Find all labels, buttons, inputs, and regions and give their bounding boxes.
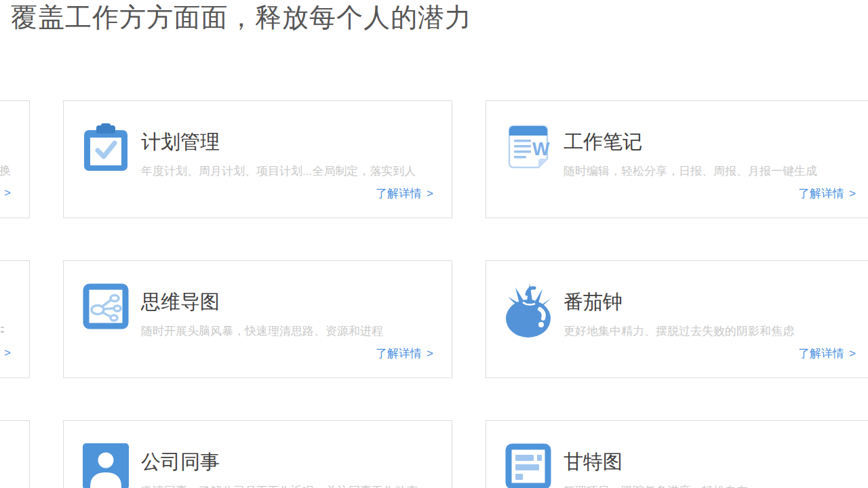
card-description: 管理项目，跟踪任务进度，轻松自在 bbox=[564, 485, 856, 488]
feature-card-grid: 换 了解详情> 计划管理 年度计划、周月计划、项目计划...全局制定，落实到人 … bbox=[0, 100, 868, 488]
learn-more-link[interactable]: 了解详情> bbox=[141, 188, 433, 200]
card-description-fragment: 换 bbox=[0, 165, 11, 177]
svg-text:W: W bbox=[532, 139, 550, 159]
card-pomodoro-timer: 番茄钟 更好地集中精力、摆脱过去失败的阴影和焦虑 了解详情> bbox=[486, 260, 868, 378]
chevron-right-icon: > bbox=[849, 187, 856, 200]
learn-more-label: 了解详情 bbox=[798, 347, 844, 360]
card-title: 计划管理 bbox=[141, 131, 433, 152]
card-title: 番茄钟 bbox=[564, 291, 856, 312]
mind-map-icon bbox=[83, 283, 129, 378]
learn-more-link[interactable]: 了解详情> bbox=[141, 348, 433, 360]
card-colleagues: 公司同事 邀请同事，了解公司员工工作近况，关注同事工作动态 了解详情> bbox=[63, 420, 452, 488]
partial-card-row3 bbox=[0, 420, 30, 488]
partial-card-row1: 换 了解详情> bbox=[0, 100, 30, 218]
learn-more-link[interactable]: 了解详情> bbox=[0, 347, 11, 359]
learn-more-label: 了解详情 bbox=[376, 187, 422, 200]
card-content: 计划管理 年度计划、周月计划、项目计划...全局制定，落实到人 了解详情> bbox=[141, 123, 433, 218]
page-title: 覆盖工作方方面面，释放每个人的潜力 bbox=[11, 1, 472, 34]
tomato-timer-icon bbox=[505, 283, 551, 378]
chevron-right-icon: > bbox=[849, 347, 856, 360]
card-content: 番茄钟 更好地集中精力、摆脱过去失败的阴影和焦虑 了解详情> bbox=[564, 283, 856, 378]
gantt-chart-icon bbox=[505, 443, 551, 488]
card-title: 公司同事 bbox=[141, 451, 433, 472]
chevron-right-icon: > bbox=[4, 186, 11, 199]
card-work-notes: W 工作笔记 随时编辑，轻松分享，日报、周报、月报一键生成 了解详情> bbox=[486, 100, 868, 218]
card-content: 工作笔记 随时编辑，轻松分享，日报、周报、月报一键生成 了解详情> bbox=[564, 123, 856, 218]
chevron-right-icon: > bbox=[4, 346, 11, 359]
plan-clipboard-icon bbox=[83, 123, 129, 218]
card-title: 工作笔记 bbox=[564, 131, 856, 152]
card-content: 思维导图 随时开展头脑风暴，快速理清思路、资源和进程 了解详情> bbox=[141, 283, 433, 378]
card-description: 随时编辑，轻松分享，日报、周报、月报一键生成 bbox=[564, 165, 856, 178]
learn-more-link[interactable]: 了解详情> bbox=[564, 348, 856, 360]
learn-more-label: 了解详情 bbox=[798, 187, 844, 200]
learn-more-link[interactable]: 了解详情> bbox=[0, 187, 11, 199]
card-content: 甘特图 管理项目，跟踪任务进度，轻松自在 了解详情> bbox=[564, 443, 856, 488]
card-plan-management: 计划管理 年度计划、周月计划、项目计划...全局制定，落实到人 了解详情> bbox=[63, 100, 452, 218]
card-description: 随时开展头脑风暴，快速理清思路、资源和进程 bbox=[141, 325, 433, 338]
colleagues-icon bbox=[83, 443, 129, 488]
card-description: 年度计划、周月计划、项目计划...全局制定，落实到人 bbox=[141, 165, 433, 178]
card-title: 思维导图 bbox=[141, 291, 433, 312]
card-description: 更好地集中精力、摆脱过去失败的阴影和焦虑 bbox=[564, 325, 856, 338]
card-mind-map: 思维导图 随时开展头脑风暴，快速理清思路、资源和进程 了解详情> bbox=[63, 260, 452, 378]
card-title: 甘特图 bbox=[564, 451, 856, 472]
card-gantt-chart: 甘特图 管理项目，跟踪任务进度，轻松自在 了解详情> bbox=[486, 420, 868, 488]
partial-card-row2: 了解详情> bbox=[0, 260, 30, 378]
learn-more-label: 了解详情 bbox=[376, 347, 422, 360]
text-fragment bbox=[1, 325, 4, 336]
learn-more-link[interactable]: 了解详情> bbox=[564, 188, 856, 200]
work-note-icon: W bbox=[505, 123, 551, 218]
card-description: 邀请同事，了解公司员工工作近况，关注同事工作动态 bbox=[141, 485, 433, 488]
chevron-right-icon: > bbox=[427, 187, 433, 200]
chevron-right-icon: > bbox=[427, 347, 433, 360]
card-content: 公司同事 邀请同事，了解公司员工工作近况，关注同事工作动态 了解详情> bbox=[141, 443, 433, 488]
